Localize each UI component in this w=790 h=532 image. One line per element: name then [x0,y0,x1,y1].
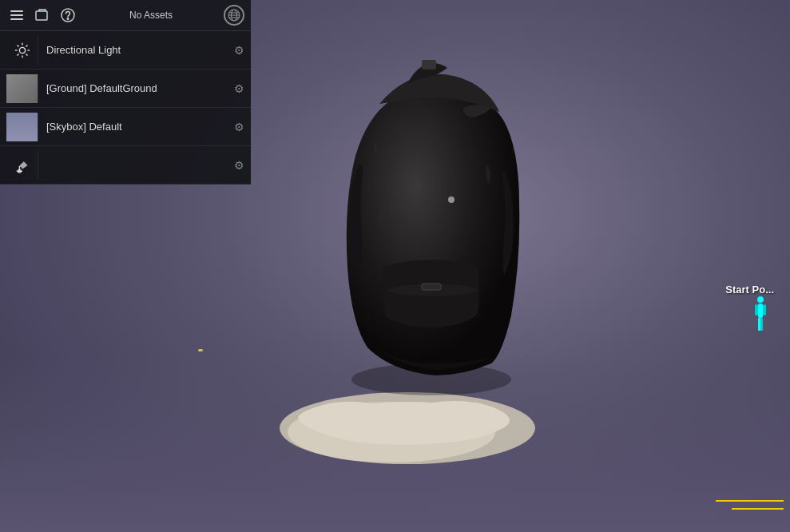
svg-point-23 [19,47,25,53]
svg-point-6 [757,296,764,303]
menu-button[interactable] [6,5,27,26]
svg-line-29 [26,54,27,55]
yellow-line-1 [716,500,784,502]
svg-rect-14 [10,18,23,20]
svg-line-28 [17,45,18,46]
skybox-label: [Skybox] Default [46,121,234,133]
svg-rect-10 [758,318,760,331]
svg-rect-9 [763,304,766,316]
panel-header: No Assets [0,0,251,31]
directional-light-gear[interactable]: ⚙ [234,44,244,57]
svg-rect-3 [422,60,436,69]
scene-panel: No Assets D [0,0,251,185]
svg-rect-11 [760,318,763,331]
svg-rect-15 [36,11,47,20]
sun-icon [14,42,31,59]
skybox-gear[interactable]: ⚙ [234,121,244,133]
directional-light-row[interactable]: Directional Light ⚙ [0,31,251,69]
svg-line-30 [26,45,27,46]
sun-icon-container [6,36,38,65]
start-point-label: Start Po... [725,284,774,296]
svg-rect-13 [10,14,23,16]
directional-light-label: Directional Light [46,44,234,56]
header-left-icons [6,5,78,26]
svg-rect-7 [758,304,763,318]
globe-button[interactable] [224,5,244,26]
help-button[interactable] [58,5,78,26]
svg-point-17 [67,18,69,20]
ground-label: [Ground] DefaultGround [46,82,234,94]
skybox-thumbnail [6,113,38,141]
ground-row[interactable]: [Ground] DefaultGround ⚙ [0,69,251,108]
ground-thumbnail [6,74,38,103]
svg-rect-12 [10,10,23,12]
svg-rect-4 [422,284,441,290]
add-asset-button[interactable] [32,5,53,26]
svg-point-5 [448,197,455,203]
light-flare [198,349,203,351]
lamp-row[interactable]: ⚙ [0,146,251,185]
lamp-icon-container [6,151,38,180]
svg-line-31 [17,54,18,55]
cyan-figure [753,296,768,335]
skybox-row[interactable]: [Skybox] Default ⚙ [0,108,251,146]
panel-title: No Assets [78,10,224,21]
lamp-gear[interactable]: ⚙ [234,159,244,172]
lamp-icon [14,157,31,174]
svg-rect-8 [755,304,758,316]
backpack-model [304,44,559,411]
yellow-line-2 [732,508,784,510]
ground-gear[interactable]: ⚙ [234,82,244,95]
